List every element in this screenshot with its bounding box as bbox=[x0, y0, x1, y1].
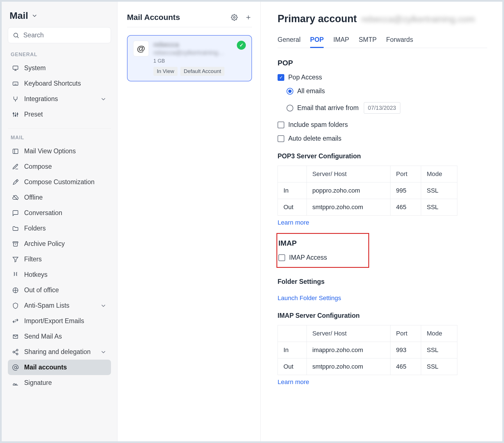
tab-forwards[interactable]: Forwards bbox=[386, 36, 413, 48]
sidebar-item-out-of-office[interactable]: Out of office bbox=[8, 282, 111, 298]
pop-access-label: Pop Access bbox=[288, 74, 322, 81]
imap-learn-more-link[interactable]: Learn more bbox=[278, 378, 309, 386]
sidebar-item-offline[interactable]: Offline bbox=[8, 190, 111, 205]
app-title: Mail bbox=[10, 10, 28, 21]
chevron-down-icon bbox=[31, 12, 38, 19]
sidebar-item-preset[interactable]: Preset bbox=[8, 107, 111, 122]
pop-access-checkbox[interactable]: ✓ bbox=[278, 74, 284, 81]
sidebar-item-sharing-and-delegation[interactable]: Sharing and delegation bbox=[8, 344, 111, 360]
preset-icon bbox=[12, 111, 19, 118]
sidebar-item-keyboard-shortcuts[interactable]: Keyboard Shortcuts bbox=[8, 76, 111, 91]
sidebar-item-label: Sharing and delegation bbox=[24, 348, 91, 356]
sidebar-item-label: Send Mail As bbox=[24, 333, 62, 340]
table-row: Outsmtppro.zoho.com465SSL bbox=[278, 199, 457, 216]
imap-access-checkbox[interactable] bbox=[278, 254, 285, 261]
gear-icon[interactable] bbox=[231, 14, 238, 21]
svg-rect-2 bbox=[13, 66, 18, 69]
svg-point-27 bbox=[13, 351, 15, 353]
archive-policy-icon bbox=[12, 240, 19, 248]
compose-icon bbox=[12, 163, 19, 170]
sidebar-item-mail-view-options[interactable]: Mail View Options bbox=[8, 143, 111, 159]
svg-point-26 bbox=[16, 349, 18, 351]
sidebar-item-anti-spam-lists[interactable]: Anti-Spam Lists bbox=[8, 298, 111, 313]
search-box[interactable] bbox=[8, 27, 111, 43]
table-cell: smtppro.zoho.com bbox=[307, 199, 390, 216]
sidebar-item-system[interactable]: System bbox=[8, 60, 111, 76]
sidebar-item-label: Preset bbox=[24, 111, 43, 118]
sidebar-item-archive-policy[interactable]: Archive Policy bbox=[8, 236, 111, 252]
pop-learn-more-link[interactable]: Learn more bbox=[278, 219, 309, 226]
chevron-down-icon bbox=[100, 302, 107, 309]
import-export-emails-icon bbox=[12, 318, 19, 325]
account-card[interactable]: @ rebecca rebecca@zylkertraining… 1 GB I… bbox=[127, 35, 252, 81]
svg-line-30 bbox=[15, 352, 17, 353]
sidebar-item-filters[interactable]: Filters bbox=[8, 252, 111, 267]
sidebar-item-import-export-emails[interactable]: Import/Export Emails bbox=[8, 313, 111, 329]
main-pane: Primary account rebecca@zylkertraining.c… bbox=[261, 2, 502, 441]
page-title: Primary account bbox=[278, 13, 357, 25]
account-name: rebecca bbox=[153, 41, 232, 49]
table-cell: SSL bbox=[421, 199, 457, 216]
sidebar-item-integrations[interactable]: Integrations bbox=[8, 91, 111, 107]
svg-point-28 bbox=[16, 353, 18, 355]
sidebar-item-label: Archive Policy bbox=[24, 240, 65, 248]
account-storage: 1 GB bbox=[153, 58, 232, 64]
search-input[interactable] bbox=[23, 31, 107, 39]
table-cell: Out bbox=[278, 199, 307, 216]
include-spam-checkbox[interactable] bbox=[278, 122, 284, 128]
tab-smtp[interactable]: SMTP bbox=[359, 36, 377, 48]
include-spam-label: Include spam folders bbox=[288, 121, 348, 129]
tab-imap[interactable]: IMAP bbox=[333, 36, 349, 48]
pop-radio-from[interactable] bbox=[287, 105, 293, 111]
table-row: Inpoppro.zoho.com995SSL bbox=[278, 182, 457, 199]
app-menu[interactable]: Mail bbox=[8, 10, 111, 21]
pop-radio-all[interactable] bbox=[287, 88, 293, 95]
conversation-icon bbox=[12, 209, 19, 217]
table-cell: SSL bbox=[421, 342, 457, 358]
pop-section-title: POP bbox=[278, 59, 487, 67]
tab-general[interactable]: General bbox=[278, 36, 301, 48]
sidebar-item-compose[interactable]: Compose bbox=[8, 159, 111, 174]
keyboard-shortcuts-icon bbox=[12, 80, 19, 87]
sidebar-item-label: Hotkeys bbox=[24, 271, 47, 278]
tab-bar: GeneralPOPIMAPSMTPForwards bbox=[278, 36, 487, 48]
launch-folder-settings-link[interactable]: Launch Folder Settings bbox=[278, 294, 341, 302]
page-title-email: rebecca@zylkertraining.com bbox=[361, 14, 475, 24]
sidebar-item-compose-customization[interactable]: Compose Customization bbox=[8, 174, 111, 190]
sidebar-item-label: Out of office bbox=[24, 286, 59, 294]
verified-badge: ✓ bbox=[237, 41, 246, 50]
out-of-office-icon bbox=[12, 287, 19, 294]
sidebar-item-signature[interactable]: Signature bbox=[8, 375, 111, 391]
integrations-icon bbox=[12, 95, 19, 103]
signature-icon bbox=[12, 379, 19, 387]
account-chip-default-account: Default Account bbox=[180, 67, 224, 76]
auto-delete-checkbox[interactable] bbox=[278, 135, 284, 142]
sidebar-item-folders[interactable]: Folders bbox=[8, 221, 111, 236]
pop-from-date[interactable]: 07/13/2023 bbox=[364, 102, 400, 114]
search-icon bbox=[13, 32, 19, 39]
table-header: Port bbox=[390, 325, 421, 342]
sidebar-item-conversation[interactable]: Conversation bbox=[8, 205, 111, 221]
sidebar: Mail GENERAL SystemKeyboard ShortcutsInt… bbox=[2, 2, 117, 441]
add-account-icon[interactable] bbox=[245, 14, 252, 21]
table-header: Server/ Host bbox=[307, 325, 390, 342]
table-cell: 993 bbox=[390, 342, 421, 358]
table-row: Outsmtppro.zoho.com465SSL bbox=[278, 358, 457, 375]
pop-config-table: Server/ HostPortModeInpoppro.zoho.com995… bbox=[278, 166, 457, 216]
sidebar-item-mail-accounts[interactable]: Mail accounts bbox=[8, 360, 111, 375]
svg-point-33 bbox=[233, 17, 235, 18]
table-header: Mode bbox=[421, 166, 457, 182]
hotkeys-icon bbox=[12, 271, 19, 278]
sidebar-item-label: Folders bbox=[24, 225, 46, 232]
sidebar-item-send-mail-as[interactable]: Send Mail As bbox=[8, 329, 111, 344]
imap-config-table: Server/ HostPortModeInimappro.zoho.com99… bbox=[278, 325, 457, 375]
tab-pop[interactable]: POP bbox=[310, 36, 324, 48]
svg-point-0 bbox=[14, 33, 18, 37]
section-mail-label: MAIL bbox=[11, 135, 111, 141]
table-row: Inimappro.zoho.com993SSL bbox=[278, 342, 457, 358]
account-email: rebecca@zylkertraining… bbox=[153, 49, 232, 56]
sidebar-item-hotkeys[interactable]: Hotkeys bbox=[8, 267, 111, 282]
table-cell: SSL bbox=[421, 358, 457, 375]
folder-settings-title: Folder Settings bbox=[278, 278, 487, 286]
at-avatar: @ bbox=[133, 41, 149, 56]
